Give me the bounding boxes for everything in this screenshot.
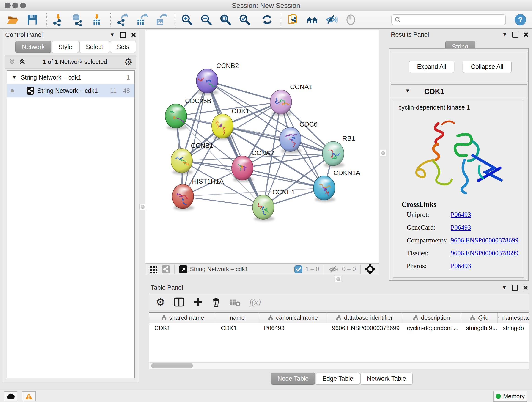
table-cell: cyclin-dependent ... [402, 323, 461, 333]
crosslink-value-link[interactable]: P06493 [451, 262, 471, 270]
expand-all-icon[interactable] [19, 58, 26, 65]
control-panel-menu-icon[interactable]: ▼ [110, 32, 115, 37]
control-panel-float-icon[interactable] [120, 32, 126, 38]
results-panel-title: Results Panel [391, 31, 429, 38]
control-panel-tabs: NetworkStyleSelectSets [15, 41, 136, 53]
zoom-fit-icon[interactable] [218, 13, 233, 27]
gene-section-header[interactable]: ▼ CDK1 [391, 85, 527, 99]
tab-network[interactable]: Network [15, 41, 51, 53]
table-panel-float-icon[interactable] [512, 285, 518, 291]
scrollbar-thumb[interactable] [151, 363, 193, 368]
zoom-selected-icon[interactable] [238, 13, 252, 27]
detach-view-icon[interactable] [179, 265, 188, 274]
crosslink-label: Tissues: [407, 249, 428, 257]
splitter-handle-horizontal[interactable] [335, 276, 341, 282]
search-icon [394, 17, 401, 23]
crosslink-value-link[interactable]: 9606.ENSP00000378699 [451, 236, 519, 244]
crosslink-value-link[interactable]: 9606.ENSP00000378699 [451, 249, 519, 257]
column-header[interactable]: description [402, 313, 461, 323]
birdseye-icon[interactable] [365, 264, 375, 274]
column-header[interactable]: canonical name [259, 313, 327, 323]
crosslink-row: Tissues:9606.ENSP00000378699 [407, 249, 521, 261]
collapse-all-button[interactable]: Collapse All [462, 61, 512, 73]
network-view-panel: CCNB2CCNA1CDC25BCDK1CDC6RB1CCNB1CCNA2CDK… [145, 30, 380, 275]
splitter-handle-left[interactable] [139, 204, 146, 210]
network-share-icon [26, 87, 35, 95]
column-header[interactable]: shared name [149, 313, 216, 323]
gene-name: CDK1 [424, 87, 444, 96]
export-image-icon[interactable] [154, 13, 168, 27]
import-network-database-icon[interactable] [70, 13, 85, 27]
delete-table-icon[interactable] [230, 298, 241, 306]
table-panel-close-icon[interactable] [523, 285, 528, 290]
results-panel-menu-icon[interactable]: ▼ [502, 32, 507, 37]
tab-node-table[interactable]: Node Table [271, 373, 315, 385]
column-header[interactable]: @id [461, 313, 498, 323]
table-tabs: Node TableEdge TableNetwork Table [271, 373, 413, 385]
show-columns-icon[interactable] [174, 297, 184, 307]
zoom-out-icon[interactable] [199, 13, 213, 27]
collection-label: String Network – cdk1 [21, 74, 81, 81]
save-session-icon[interactable] [25, 13, 39, 27]
selected-checkbox-icon[interactable] [294, 265, 302, 273]
function-builder-icon[interactable]: f(x) [249, 297, 261, 307]
gene-collapse-icon[interactable]: ▼ [405, 88, 410, 93]
network-collection-row[interactable]: ▼ String Network – cdk1 1 [7, 71, 134, 84]
tab-network-table[interactable]: Network Table [360, 373, 413, 385]
crosslink-value-link[interactable]: P06493 [451, 224, 471, 231]
collapse-all-icon[interactable] [9, 58, 16, 65]
control-panel-close-icon[interactable] [131, 32, 136, 37]
expand-all-button[interactable]: Expand All [409, 61, 454, 73]
import-network-icon[interactable] [51, 13, 65, 27]
network-view-share-icon[interactable] [162, 265, 170, 274]
collection-expand-icon[interactable]: ▼ [12, 75, 17, 80]
tab-style[interactable]: Style [52, 41, 79, 53]
column-header[interactable]: name [216, 313, 259, 323]
network-options-gear-icon[interactable]: ⚙ [124, 57, 133, 66]
clone-network-icon[interactable] [286, 13, 300, 27]
collection-count: 1 [127, 74, 130, 81]
open-session-icon[interactable] [6, 13, 20, 27]
table-panel-menu-icon[interactable]: ▼ [502, 285, 507, 290]
show-panel-eye-icon[interactable] [344, 13, 358, 27]
cloud-status-button[interactable] [4, 391, 17, 401]
table-cell: CDK1 [149, 323, 216, 333]
control-panel-title: Control Panel [5, 32, 43, 38]
tab-edge-table[interactable]: Edge Table [316, 373, 360, 385]
import-table-icon[interactable] [89, 13, 104, 27]
tab-sets[interactable]: Sets [110, 41, 136, 53]
create-column-plus-icon[interactable] [193, 297, 203, 307]
application-window: Session: New Session [0, 0, 532, 402]
hidden-eye-icon[interactable] [329, 265, 339, 274]
help-icon[interactable]: ? [515, 14, 526, 26]
refresh-icon[interactable] [260, 13, 274, 27]
delete-column-trash-icon[interactable] [211, 297, 221, 307]
results-panel-float-icon[interactable] [512, 32, 518, 38]
network-canvas[interactable]: CCNB2CCNA1CDC25BCDK1CDC6RB1CCNB1CCNA2CDK… [146, 30, 379, 263]
table-options-gear-icon[interactable]: ⚙ [156, 297, 165, 307]
tab-select[interactable]: Select [79, 41, 110, 53]
zoom-in-icon[interactable] [180, 13, 194, 27]
results-panel-close-icon[interactable] [523, 32, 528, 37]
toolbar-separator [281, 13, 281, 26]
warning-status-button[interactable] [22, 391, 36, 401]
search-input[interactable] [403, 16, 503, 24]
table-horizontal-scrollbar[interactable] [149, 362, 529, 369]
network-row[interactable]: String Network – cdk1 11 48 [7, 84, 134, 97]
gene-description: cyclin-dependent kinase 1 [399, 104, 470, 111]
table-row[interactable]: CDK1 CDK1 P06493 9606.ENSP00000378699 cy… [149, 323, 529, 333]
export-table-icon[interactable] [135, 13, 149, 27]
export-network-icon[interactable] [115, 13, 130, 27]
network-node-count: 11 [110, 87, 117, 95]
toolbar-separator [46, 13, 46, 26]
home-icon[interactable] [305, 13, 319, 27]
memory-button[interactable]: Memory [493, 391, 527, 402]
hide-panel-eye-icon[interactable] [324, 13, 339, 27]
grid-view-icon[interactable] [150, 265, 158, 274]
column-header[interactable]: database identifier [327, 313, 402, 323]
network-column-icon [470, 315, 475, 320]
column-header[interactable]: namespac [498, 313, 529, 323]
crosslink-row: GeneCard:P06493 [407, 224, 521, 235]
network-view-toolbar: String Network – cdk1 1 – 0 0 – 0 [146, 263, 379, 275]
crosslink-value-link[interactable]: P06493 [451, 211, 471, 218]
